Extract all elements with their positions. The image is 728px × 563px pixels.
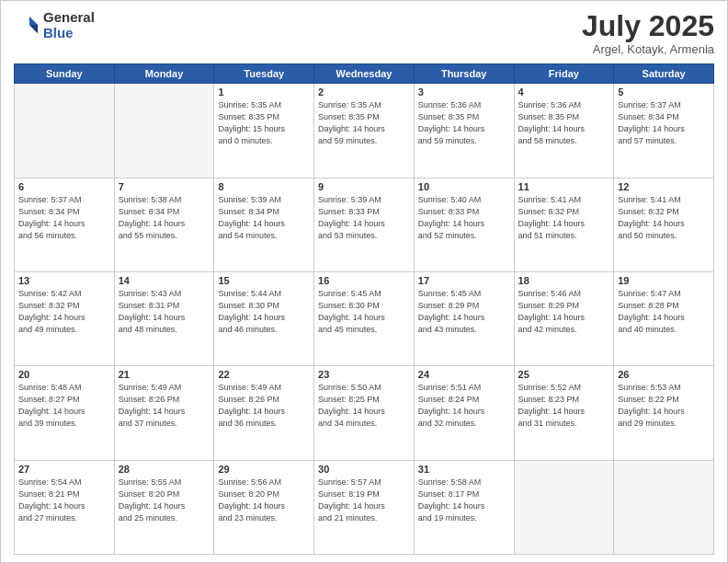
weekday-row: SundayMondayTuesdayWednesdayThursdayFrid… xyxy=(15,64,714,84)
calendar-week-row: 13Sunrise: 5:42 AM Sunset: 8:32 PM Dayli… xyxy=(15,271,714,365)
day-number: 23 xyxy=(318,369,410,380)
day-number: 10 xyxy=(418,181,510,192)
calendar-day-cell: 7Sunrise: 5:38 AM Sunset: 8:34 PM Daylig… xyxy=(114,178,214,271)
day-number: 1 xyxy=(218,86,310,98)
day-info: Sunrise: 5:57 AM Sunset: 8:19 PM Dayligh… xyxy=(318,477,410,524)
day-number: 15 xyxy=(218,275,310,286)
calendar-day-cell: 27Sunrise: 5:54 AM Sunset: 8:21 PM Dayli… xyxy=(15,460,115,554)
calendar-week-row: 20Sunrise: 5:48 AM Sunset: 8:27 PM Dayli… xyxy=(15,366,714,460)
calendar-day-cell: 4Sunrise: 5:36 AM Sunset: 8:35 PM Daylig… xyxy=(514,84,614,178)
day-info: Sunrise: 5:42 AM Sunset: 8:32 PM Dayligh… xyxy=(18,288,110,336)
day-info: Sunrise: 5:53 AM Sunset: 8:22 PM Dayligh… xyxy=(618,382,710,430)
calendar-day-cell xyxy=(114,84,214,178)
day-info: Sunrise: 5:43 AM Sunset: 8:31 PM Dayligh… xyxy=(119,288,210,336)
day-info: Sunrise: 5:36 AM Sunset: 8:35 PM Dayligh… xyxy=(418,99,510,147)
day-number: 26 xyxy=(618,369,710,380)
day-info: Sunrise: 5:41 AM Sunset: 8:32 PM Dayligh… xyxy=(518,194,610,242)
day-number: 12 xyxy=(618,181,710,192)
calendar-day-cell: 18Sunrise: 5:46 AM Sunset: 8:29 PM Dayli… xyxy=(514,271,614,365)
weekday-header: Thursday xyxy=(414,64,514,84)
day-number: 17 xyxy=(418,275,510,286)
logo-blue: Blue xyxy=(43,26,95,41)
day-number: 3 xyxy=(418,86,510,98)
day-number: 20 xyxy=(18,369,110,380)
day-number: 8 xyxy=(218,181,310,192)
calendar-day-cell: 8Sunrise: 5:39 AM Sunset: 8:34 PM Daylig… xyxy=(214,178,314,271)
logo: General Blue xyxy=(14,10,95,40)
logo-text: General Blue xyxy=(43,10,95,40)
calendar-day-cell: 30Sunrise: 5:57 AM Sunset: 8:19 PM Dayli… xyxy=(314,460,415,554)
day-info: Sunrise: 5:55 AM Sunset: 8:20 PM Dayligh… xyxy=(119,477,210,524)
weekday-header: Monday xyxy=(114,64,214,84)
day-number: 28 xyxy=(119,464,210,475)
calendar-day-cell: 21Sunrise: 5:49 AM Sunset: 8:26 PM Dayli… xyxy=(114,366,214,460)
calendar-day-cell: 13Sunrise: 5:42 AM Sunset: 8:32 PM Dayli… xyxy=(15,271,115,365)
day-info: Sunrise: 5:46 AM Sunset: 8:29 PM Dayligh… xyxy=(518,288,610,336)
calendar-day-cell: 11Sunrise: 5:41 AM Sunset: 8:32 PM Dayli… xyxy=(514,178,614,271)
page: General Blue July 2025 Argel, Kotayk, Ar… xyxy=(0,0,728,563)
day-number: 29 xyxy=(218,464,310,475)
calendar-day-cell: 26Sunrise: 5:53 AM Sunset: 8:22 PM Dayli… xyxy=(614,366,714,460)
day-info: Sunrise: 5:36 AM Sunset: 8:35 PM Dayligh… xyxy=(518,99,610,147)
day-number: 30 xyxy=(318,464,410,475)
day-info: Sunrise: 5:49 AM Sunset: 8:26 PM Dayligh… xyxy=(119,382,210,430)
day-number: 9 xyxy=(318,181,410,192)
title-block: July 2025 Argel, Kotayk, Armenia xyxy=(582,10,714,56)
calendar-day-cell: 12Sunrise: 5:41 AM Sunset: 8:32 PM Dayli… xyxy=(614,178,714,271)
calendar-day-cell: 16Sunrise: 5:45 AM Sunset: 8:30 PM Dayli… xyxy=(314,271,415,365)
weekday-header: Tuesday xyxy=(214,64,314,84)
day-number: 5 xyxy=(618,86,710,98)
svg-marker-0 xyxy=(29,16,38,24)
calendar-day-cell: 10Sunrise: 5:40 AM Sunset: 8:33 PM Dayli… xyxy=(414,178,514,271)
day-number: 2 xyxy=(318,86,410,98)
calendar-day-cell: 6Sunrise: 5:37 AM Sunset: 8:34 PM Daylig… xyxy=(15,178,115,271)
day-info: Sunrise: 5:47 AM Sunset: 8:28 PM Dayligh… xyxy=(618,288,710,336)
day-info: Sunrise: 5:49 AM Sunset: 8:26 PM Dayligh… xyxy=(218,382,310,430)
calendar-day-cell: 3Sunrise: 5:36 AM Sunset: 8:35 PM Daylig… xyxy=(414,84,514,178)
day-info: Sunrise: 5:37 AM Sunset: 8:34 PM Dayligh… xyxy=(18,194,110,242)
calendar-day-cell: 2Sunrise: 5:35 AM Sunset: 8:35 PM Daylig… xyxy=(314,84,415,178)
day-number: 19 xyxy=(618,275,710,286)
calendar-day-cell xyxy=(614,460,714,554)
calendar-day-cell: 22Sunrise: 5:49 AM Sunset: 8:26 PM Dayli… xyxy=(214,366,314,460)
calendar-day-cell xyxy=(15,84,115,178)
calendar-day-cell: 5Sunrise: 5:37 AM Sunset: 8:34 PM Daylig… xyxy=(614,84,714,178)
calendar: SundayMondayTuesdayWednesdayThursdayFrid… xyxy=(14,63,714,555)
day-info: Sunrise: 5:51 AM Sunset: 8:24 PM Dayligh… xyxy=(418,382,510,430)
weekday-header: Saturday xyxy=(614,64,714,84)
calendar-week-row: 6Sunrise: 5:37 AM Sunset: 8:34 PM Daylig… xyxy=(15,178,714,271)
calendar-week-row: 27Sunrise: 5:54 AM Sunset: 8:21 PM Dayli… xyxy=(15,460,714,554)
calendar-day-cell: 17Sunrise: 5:45 AM Sunset: 8:29 PM Dayli… xyxy=(414,271,514,365)
calendar-day-cell xyxy=(514,460,614,554)
weekday-header: Wednesday xyxy=(314,64,415,84)
weekday-header: Sunday xyxy=(15,64,115,84)
day-info: Sunrise: 5:52 AM Sunset: 8:23 PM Dayligh… xyxy=(518,382,610,430)
day-info: Sunrise: 5:35 AM Sunset: 8:35 PM Dayligh… xyxy=(218,99,310,147)
calendar-day-cell: 1Sunrise: 5:35 AM Sunset: 8:35 PM Daylig… xyxy=(214,84,314,178)
day-info: Sunrise: 5:39 AM Sunset: 8:33 PM Dayligh… xyxy=(318,194,410,242)
svg-marker-1 xyxy=(29,25,38,33)
day-info: Sunrise: 5:41 AM Sunset: 8:32 PM Dayligh… xyxy=(618,194,710,242)
day-info: Sunrise: 5:58 AM Sunset: 8:17 PM Dayligh… xyxy=(418,477,510,524)
header: General Blue July 2025 Argel, Kotayk, Ar… xyxy=(14,10,714,56)
location: Argel, Kotayk, Armenia xyxy=(582,42,714,56)
calendar-day-cell: 19Sunrise: 5:47 AM Sunset: 8:28 PM Dayli… xyxy=(614,271,714,365)
day-info: Sunrise: 5:54 AM Sunset: 8:21 PM Dayligh… xyxy=(18,477,110,524)
calendar-header: SundayMondayTuesdayWednesdayThursdayFrid… xyxy=(15,64,714,84)
day-info: Sunrise: 5:45 AM Sunset: 8:30 PM Dayligh… xyxy=(318,288,410,336)
day-number: 4 xyxy=(518,86,610,98)
day-info: Sunrise: 5:56 AM Sunset: 8:20 PM Dayligh… xyxy=(218,477,310,524)
calendar-day-cell: 14Sunrise: 5:43 AM Sunset: 8:31 PM Dayli… xyxy=(114,271,214,365)
calendar-day-cell: 23Sunrise: 5:50 AM Sunset: 8:25 PM Dayli… xyxy=(314,366,415,460)
day-number: 6 xyxy=(18,181,110,192)
calendar-day-cell: 25Sunrise: 5:52 AM Sunset: 8:23 PM Dayli… xyxy=(514,366,614,460)
day-info: Sunrise: 5:40 AM Sunset: 8:33 PM Dayligh… xyxy=(418,194,510,242)
day-number: 13 xyxy=(18,275,110,286)
day-info: Sunrise: 5:45 AM Sunset: 8:29 PM Dayligh… xyxy=(418,288,510,336)
day-number: 22 xyxy=(218,369,310,380)
day-info: Sunrise: 5:38 AM Sunset: 8:34 PM Dayligh… xyxy=(119,194,210,242)
calendar-day-cell: 9Sunrise: 5:39 AM Sunset: 8:33 PM Daylig… xyxy=(314,178,415,271)
month-title: July 2025 xyxy=(582,10,714,42)
calendar-day-cell: 15Sunrise: 5:44 AM Sunset: 8:30 PM Dayli… xyxy=(214,271,314,365)
day-info: Sunrise: 5:35 AM Sunset: 8:35 PM Dayligh… xyxy=(318,99,410,147)
